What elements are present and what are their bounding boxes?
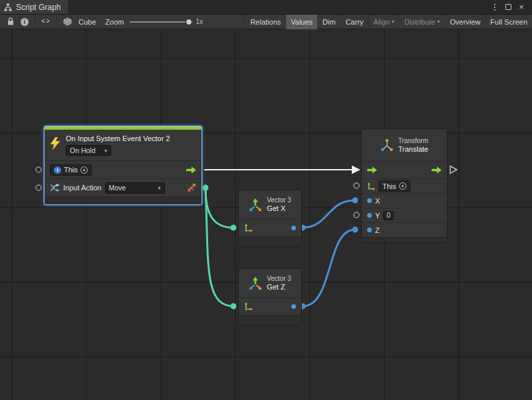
- node-footer: [239, 236, 301, 246]
- chevron-down-icon: ▾: [158, 185, 160, 191]
- node-title: Get X: [267, 204, 291, 213]
- graph-toolbar: i <> Cube Zoom 1x Relations Values Dim C…: [0, 15, 532, 29]
- node-get-z[interactable]: Vector 3 Get Z: [238, 268, 302, 325]
- lightning-icon: [51, 137, 61, 150]
- port-getx-input[interactable]: [231, 225, 237, 231]
- float-input-dot[interactable]: [367, 228, 372, 232]
- translate-z-row: Z: [362, 222, 447, 237]
- getz-port-row: [239, 298, 301, 315]
- input-action-dropdown[interactable]: Move ▾: [105, 182, 165, 194]
- vector3-icon: [249, 198, 262, 212]
- menu-kebab-icon[interactable]: [488, 0, 501, 15]
- zoom-label: Zoom: [102, 18, 127, 26]
- overview-button[interactable]: Overview: [445, 15, 485, 29]
- window-controls: ×: [488, 0, 532, 14]
- float-output-dot[interactable]: [291, 304, 296, 309]
- event-mode-dropdown[interactable]: On Hold ▾: [66, 145, 111, 156]
- port-y-label: Y: [375, 212, 380, 220]
- chevron-down-icon: ▾: [104, 148, 107, 154]
- port-translate-z[interactable]: [352, 227, 358, 233]
- maximize-icon[interactable]: [501, 0, 515, 15]
- this-label: This: [382, 182, 396, 190]
- cube-icon: [60, 15, 75, 29]
- port-translate-exit-triangle[interactable]: [450, 166, 457, 174]
- wire-vector2-to-getx[interactable]: [205, 188, 233, 228]
- info-icon: i: [54, 166, 61, 174]
- close-icon[interactable]: ×: [515, 0, 528, 15]
- code-view-icon[interactable]: <>: [38, 15, 54, 29]
- float-input-dot[interactable]: [367, 198, 372, 203]
- wire-getx-to-x[interactable]: [303, 200, 355, 228]
- align-button[interactable]: Align▾: [368, 15, 399, 29]
- getz-header: Vector 3 Get Z: [239, 269, 301, 298]
- node-on-input-system-event[interactable]: On Input System Event Vector 2 On Hold ▾…: [44, 126, 202, 205]
- toolbar-separator: [35, 17, 35, 27]
- this-object-field[interactable]: This: [378, 180, 410, 192]
- translate-this-row: This: [362, 178, 447, 193]
- wire-vector2-to-getz[interactable]: [205, 188, 233, 306]
- node-category: Transform: [398, 137, 428, 145]
- target-picker-icon[interactable]: [399, 182, 406, 190]
- inspector-info-icon[interactable]: i: [17, 15, 32, 29]
- vector3-icon: [249, 277, 262, 290]
- axes-icon: [367, 182, 375, 190]
- float-output-dot[interactable]: [291, 226, 296, 230]
- control-input-arrow-icon[interactable]: [367, 166, 377, 174]
- graph-icon: [4, 3, 12, 11]
- translate-x-row: X: [362, 193, 447, 208]
- dim-button[interactable]: Dim: [317, 15, 340, 29]
- node-footer: [45, 196, 201, 204]
- event-this-row: i This: [45, 160, 201, 178]
- node-translate[interactable]: Transform Translate: [361, 128, 448, 243]
- getx-port-row: [239, 219, 301, 236]
- lock-icon[interactable]: [4, 15, 17, 29]
- node-category: Vector 3: [267, 196, 291, 204]
- port-translate-x[interactable]: [352, 198, 358, 204]
- script-graph-window: Script Graph × i <> Cube Zoom: [0, 0, 532, 400]
- node-footer: [362, 237, 447, 242]
- object-name: Cube: [75, 18, 99, 26]
- control-output-arrow-icon[interactable]: [186, 166, 196, 174]
- node-category: Vector 3: [267, 275, 291, 283]
- port-z-label: Z: [375, 226, 380, 234]
- zoom-slider[interactable]: [130, 18, 193, 26]
- values-button[interactable]: Values: [285, 15, 317, 29]
- y-value-input[interactable]: 0: [383, 211, 394, 220]
- port-translate-y[interactable]: [354, 212, 359, 218]
- this-label: This: [64, 166, 78, 174]
- node-footer: [239, 315, 301, 325]
- port-vector2-output[interactable]: [203, 185, 209, 191]
- zoom-slider-knob[interactable]: [186, 19, 192, 25]
- input-action-label: Input Action: [63, 184, 102, 192]
- target-picker-icon[interactable]: [80, 166, 88, 174]
- port-event-this[interactable]: [36, 167, 41, 172]
- tab-script-graph[interactable]: Script Graph: [0, 0, 69, 14]
- graph-canvas[interactable]: On Input System Event Vector 2 On Hold ▾…: [0, 29, 532, 400]
- vector2-output-icon[interactable]: [187, 183, 196, 192]
- carry-button[interactable]: Carry: [340, 15, 368, 29]
- tab-title: Script Graph: [16, 3, 61, 12]
- event-action-row: Input Action Move ▾: [45, 178, 201, 196]
- node-title: Get Z: [267, 283, 291, 292]
- event-mode-value: On Hold: [70, 146, 96, 154]
- port-getz-input[interactable]: [231, 303, 237, 309]
- relations-button[interactable]: Relations: [245, 15, 285, 29]
- port-translate-this[interactable]: [354, 183, 359, 188]
- node-get-x[interactable]: Vector 3 Get X: [238, 190, 302, 247]
- axes-icon: [244, 224, 253, 232]
- wire-getz-to-z[interactable]: [303, 230, 355, 306]
- translate-header: Transform Translate: [362, 129, 447, 161]
- distribute-button[interactable]: Distribute▾: [399, 15, 444, 29]
- wire-control-arrowhead: [352, 166, 360, 174]
- transform-icon: [380, 138, 394, 152]
- toolbar-separator: [57, 17, 57, 27]
- node-title: On Input System Event Vector 2: [66, 134, 198, 142]
- zoom-slider-track: [130, 21, 193, 23]
- control-output-arrow-icon[interactable]: [432, 166, 442, 174]
- port-event-action[interactable]: [36, 185, 41, 190]
- translate-y-row: Y 0: [362, 208, 447, 222]
- fullscreen-button[interactable]: Full Screen: [485, 15, 532, 29]
- float-input-dot[interactable]: [367, 213, 372, 218]
- this-object-field[interactable]: i This: [50, 164, 92, 176]
- getx-header: Vector 3 Get X: [239, 190, 301, 219]
